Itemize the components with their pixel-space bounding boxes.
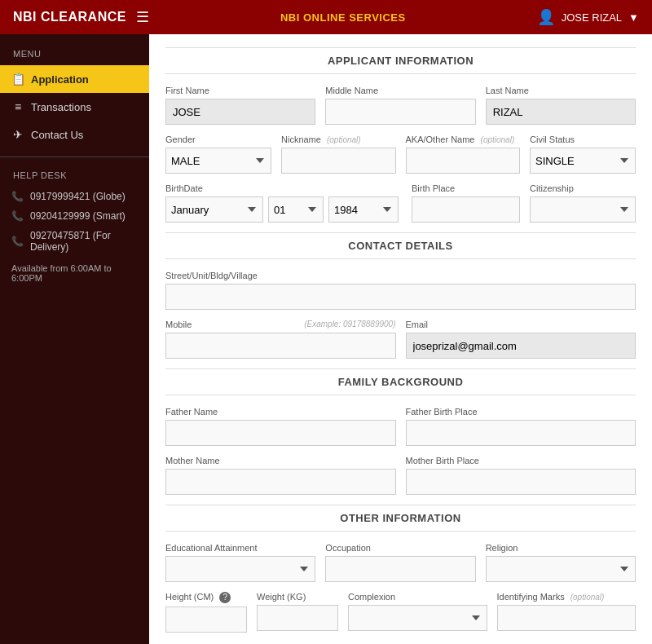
mother-name-label: Mother Name xyxy=(165,456,396,465)
sidebar-item-application[interactable]: 📋 Application xyxy=(0,65,149,93)
email-group: Email xyxy=(406,320,637,359)
identifying-marks-input[interactable] xyxy=(497,605,637,631)
first-name-input[interactable] xyxy=(165,99,315,125)
hamburger-menu-icon[interactable]: ☰ xyxy=(136,8,149,26)
middle-name-input[interactable] xyxy=(325,99,475,125)
birth-month-select[interactable]: JanuaryFebruaryMarch AprilMayJune JulyAu… xyxy=(165,196,263,223)
user-menu[interactable]: 👤 JOSE RIZAL ▼ xyxy=(537,8,639,26)
last-name-input[interactable] xyxy=(486,99,636,125)
birthdate-group: BirthDate JanuaryFebruaryMarch AprilMayJ… xyxy=(165,183,402,223)
father-name-input[interactable] xyxy=(165,420,396,446)
contact-icon: ✈ xyxy=(11,128,24,141)
father-birth-place-label: Father Birth Place xyxy=(406,407,637,417)
identifying-marks-label: Identifying Marks (optional) xyxy=(497,592,637,602)
birth-place-label: Birth Place xyxy=(412,183,520,193)
occupation-group: Occupation xyxy=(325,543,475,582)
mobile-input[interactable] xyxy=(165,333,396,359)
mother-name-input[interactable] xyxy=(165,469,396,495)
gender-group: Gender MALE FEMALE xyxy=(165,135,271,174)
mother-birth-place-input[interactable] xyxy=(406,469,637,495)
weight-group: Weight (KG) xyxy=(257,592,338,633)
phone-icon: 📞 xyxy=(11,236,24,247)
menu-label: MENU xyxy=(0,44,149,65)
occupation-input[interactable] xyxy=(325,556,475,582)
identifying-marks-group: Identifying Marks (optional) xyxy=(497,592,637,633)
application-icon: 📋 xyxy=(11,73,24,86)
header: NBI CLEARANCE ☰ NBI ONLINE SERVICES 👤 JO… xyxy=(0,0,652,34)
birth-place-group: Birth Place xyxy=(412,183,520,223)
civil-status-select[interactable]: SINGLE MARRIED WIDOWED xyxy=(530,148,636,174)
father-birth-place-group: Father Birth Place xyxy=(406,407,637,446)
aka-group: AKA/Other Name (optional) xyxy=(406,135,521,174)
father-birth-place-input[interactable] xyxy=(406,420,637,446)
mobile-hint: (Example: 09178889900) xyxy=(304,320,395,329)
religion-label: Religion xyxy=(486,543,636,553)
weight-input[interactable] xyxy=(257,605,338,631)
mobile-label: Mobile (Example: 09178889900) xyxy=(165,320,396,329)
name-row: First Name Middle Name Last Name xyxy=(165,86,636,125)
mother-name-group: Mother Name xyxy=(165,456,396,495)
user-dropdown-icon: ▼ xyxy=(628,11,639,24)
sidebar-item-contact-us[interactable]: ✈ Contact Us xyxy=(0,121,149,148)
birth-year-select[interactable]: 198419851990 xyxy=(328,196,399,223)
main-content: APPLICANT INFORMATION First Name Middle … xyxy=(149,34,652,644)
citizenship-label: Citizenship xyxy=(530,183,636,193)
transactions-icon: ≡ xyxy=(11,100,24,113)
birth-place-input[interactable] xyxy=(412,196,520,223)
email-input[interactable] xyxy=(406,333,637,359)
street-label: Street/Unit/Bldg/Village xyxy=(165,271,636,280)
phone-number-delivery: 09270475871 (For Delivery) xyxy=(30,230,138,253)
height-input[interactable] xyxy=(165,607,247,633)
occupation-label: Occupation xyxy=(325,543,475,553)
family-section-heading: FAMILY BACKGROUND xyxy=(165,368,636,395)
nickname-input[interactable] xyxy=(281,148,396,174)
gender-select[interactable]: MALE FEMALE xyxy=(165,148,271,174)
height-help-icon[interactable]: ? xyxy=(219,592,231,603)
sidebar-item-label: Application xyxy=(31,73,89,86)
street-input[interactable] xyxy=(165,284,636,310)
last-name-label: Last Name xyxy=(486,86,636,95)
availability-text: Available from 6:00AM to 6:00PM xyxy=(0,257,149,289)
phone-globe[interactable]: 📞 09179999421 (Globe) xyxy=(0,187,149,206)
birth-day-select[interactable]: 0102030405 0607080910 xyxy=(268,196,324,223)
edu-attainment-select[interactable]: Elementary High School College Post Grad… xyxy=(165,556,315,582)
mother-birth-place-group: Mother Birth Place xyxy=(406,456,637,495)
app-logo: NBI CLEARANCE xyxy=(13,10,126,24)
religion-select[interactable]: Catholic Christian Islam xyxy=(486,556,636,582)
header-title: NBI ONLINE SERVICES xyxy=(280,11,406,24)
physical-row: Height (CM) ? Weight (KG) Complexion Fai… xyxy=(165,592,636,633)
first-name-group: First Name xyxy=(165,86,315,125)
citizenship-select[interactable]: Filipino xyxy=(530,196,636,223)
civil-status-label: Civil Status xyxy=(530,135,636,144)
sidebar-item-transactions[interactable]: ≡ Transactions xyxy=(0,93,149,121)
username-label: JOSE RIZAL xyxy=(562,11,622,24)
header-left: NBI CLEARANCE ☰ xyxy=(13,8,149,26)
user-avatar-icon: 👤 xyxy=(537,8,555,26)
mobile-email-row: Mobile (Example: 09178889900) Email xyxy=(165,320,636,359)
aka-input[interactable] xyxy=(406,148,521,174)
phone-smart[interactable]: 📞 09204129999 (Smart) xyxy=(0,206,149,226)
nickname-group: Nickname (optional) xyxy=(281,135,396,174)
phone-icon: 📞 xyxy=(11,210,24,222)
last-name-group: Last Name xyxy=(486,86,636,125)
first-name-label: First Name xyxy=(165,86,315,95)
height-group: Height (CM) ? xyxy=(165,592,247,633)
phone-delivery[interactable]: 📞 09270475871 (For Delivery) xyxy=(0,226,149,257)
gender-label: Gender xyxy=(165,135,271,144)
sidebar-item-label: Contact Us xyxy=(31,129,83,141)
contact-section-heading: CONTACT DETAILS xyxy=(165,232,636,259)
nickname-label: Nickname (optional) xyxy=(281,135,396,144)
height-label: Height (CM) ? xyxy=(165,592,247,603)
religion-group: Religion Catholic Christian Islam xyxy=(486,543,636,582)
complexion-select[interactable]: Fair Brown Dark xyxy=(348,605,487,631)
middle-name-group: Middle Name xyxy=(325,86,475,125)
birthdate-row: BirthDate JanuaryFebruaryMarch AprilMayJ… xyxy=(165,183,636,223)
father-row: Father Name Father Birth Place xyxy=(165,407,636,446)
civil-status-group: Civil Status SINGLE MARRIED WIDOWED xyxy=(530,135,636,174)
aka-label: AKA/Other Name (optional) xyxy=(406,135,521,144)
sidebar: MENU 📋 Application ≡ Transactions ✈ Cont… xyxy=(0,34,149,644)
complexion-label: Complexion xyxy=(348,592,487,602)
sidebar-item-label: Transactions xyxy=(31,101,91,113)
mother-row: Mother Name Mother Birth Place xyxy=(165,456,636,495)
phone-icon: 📞 xyxy=(11,191,24,202)
